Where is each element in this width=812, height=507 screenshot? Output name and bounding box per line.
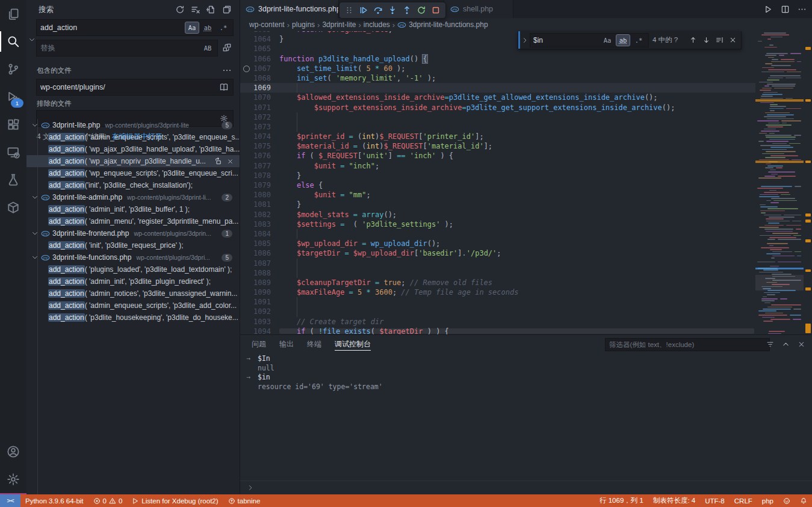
filter-button[interactable] — [764, 338, 776, 350]
panel-tab-调试控制台[interactable]: 调试控制台 — [335, 335, 371, 353]
refresh-button[interactable] — [173, 3, 187, 16]
search-match-row[interactable]: add_action( 'plugins_loaded', 'p3dlite_l… — [26, 263, 240, 275]
more-actions-button[interactable] — [795, 2, 808, 16]
find-in-selection-button[interactable] — [713, 34, 725, 46]
breadcrumb-item[interactable]: wp-content — [249, 20, 285, 29]
search-match-row[interactable]: add_action( 'wp_ajax_p3dlite_handle_uplo… — [26, 143, 240, 155]
preserve-case-toggle[interactable]: AB — [200, 42, 215, 54]
status-encoding[interactable]: UTF-8 — [700, 494, 730, 507]
files-to-include-input[interactable] — [37, 83, 217, 91]
status-language-mode[interactable]: php — [757, 494, 778, 507]
replace-all-button[interactable] — [220, 41, 234, 54]
split-editor-button[interactable] — [778, 2, 792, 16]
previous-match-button[interactable] — [687, 34, 699, 46]
debug-step-over-button[interactable] — [371, 3, 385, 17]
search-match-row[interactable]: add_action( 'admin_init', 'p3dlite_plugi… — [26, 275, 240, 287]
code-editor[interactable]: 1063 return $origname_file;1064}10651066… — [240, 31, 755, 334]
debug-restart-button[interactable] — [414, 3, 429, 17]
status-feedback[interactable] — [778, 494, 795, 507]
chevron-down-icon[interactable] — [31, 254, 39, 261]
breakpoint-icon[interactable] — [243, 66, 250, 72]
breadcrumb-item[interactable]: plugins — [292, 20, 315, 29]
find-regex-toggle[interactable]: .* — [631, 34, 646, 46]
search-match-row[interactable]: add_action( 'init', 'p3dlite_request_pri… — [26, 239, 240, 251]
minimap[interactable] — [755, 31, 804, 334]
activity-bar-item-account[interactable] — [0, 438, 26, 466]
whole-word-toggle[interactable]: ab — [200, 22, 215, 34]
debug-stop-button[interactable] — [429, 3, 443, 17]
find-whole-word-toggle[interactable]: ab — [616, 34, 630, 46]
replace-input[interactable] — [37, 44, 200, 52]
toggle-replace-in-find-icon[interactable] — [520, 37, 530, 44]
status-tab-size[interactable]: 制表符长度: 4 — [648, 494, 700, 507]
breadcrumb-file-item[interactable]: php3dprint-lite-functions.php — [397, 20, 488, 29]
next-match-button[interactable] — [700, 34, 712, 46]
panel-tab-输出[interactable]: 输出 — [279, 335, 294, 353]
search-input[interactable] — [37, 23, 185, 32]
debug-step-into-button[interactable] — [385, 3, 400, 17]
activity-bar-item-run-and-debug[interactable]: 1 — [0, 83, 26, 111]
status-problems[interactable]: 00 — [88, 494, 128, 507]
status-tabnine[interactable]: tabnine — [223, 494, 265, 507]
remote-indicator[interactable]: >< — [0, 494, 20, 507]
search-result-file-row[interactable]: php3dprint-lite.phpwp-content/plugins/3d… — [26, 119, 240, 131]
run-or-debug-button[interactable] — [761, 2, 775, 16]
activity-bar-item-settings[interactable] — [0, 466, 26, 493]
clear-search-results-button[interactable] — [189, 3, 202, 16]
debug-continue-button[interactable] — [356, 3, 371, 17]
minimap-slider[interactable] — [755, 275, 804, 290]
activity-bar-item-search[interactable] — [0, 28, 26, 55]
editor-tab-shell.php[interactable]: phpshell.php — [444, 0, 513, 18]
find-input[interactable] — [530, 36, 600, 45]
activity-bar-item-extensions[interactable] — [0, 111, 26, 138]
regex-toggle[interactable]: .* — [216, 22, 231, 34]
panel-tab-终端[interactable]: 终端 — [307, 335, 321, 353]
chevron-down-icon[interactable] — [31, 121, 39, 129]
close-find-widget-button[interactable] — [727, 34, 739, 46]
activity-bar-item-source-control[interactable] — [0, 55, 26, 83]
search-match-row[interactable]: add_action( 'p3dlite_housekeeping', 'p3d… — [26, 312, 240, 324]
search-match-row[interactable]: add_action( 'wp_ajax_nopriv_p3dlite_hand… — [26, 155, 240, 167]
search-match-row[interactable]: add_action( 'admin_menu', 'register_3dpr… — [26, 215, 240, 227]
status-notifications[interactable] — [795, 494, 812, 507]
debug-console[interactable]: →$Innull→$inresource id='69' type='strea… — [240, 354, 812, 480]
activity-bar-item-packages[interactable] — [0, 194, 26, 221]
dismiss-match-icon[interactable] — [227, 158, 234, 165]
status-cursor-position[interactable]: 行 1069，列 1 — [595, 494, 648, 507]
search-match-row[interactable]: add_action( 'admin_enqueue_scripts', 'p3… — [26, 300, 240, 312]
breadcrumb-item[interactable]: includes — [364, 20, 390, 29]
maximize-panel-button[interactable] — [779, 338, 792, 350]
close-panel-button[interactable] — [795, 338, 807, 350]
toggle-search-details-icon[interactable] — [220, 64, 234, 77]
breadcrumb-item[interactable]: 3dprint-lite — [322, 20, 356, 29]
search-result-file-row[interactable]: php3dprint-lite-admin.phpwp-content/plug… — [26, 191, 240, 203]
chevron-down-icon[interactable] — [31, 230, 39, 237]
search-match-row[interactable]: add_action( 'admin_init', 'p3dlite_buffe… — [26, 203, 240, 215]
panel-tab-问题[interactable]: 问题 — [252, 335, 266, 353]
search-match-row[interactable]: add_action('init', 'p3dlite_check_instal… — [26, 179, 240, 191]
replace-match-icon[interactable] — [214, 157, 222, 165]
console-filter-input[interactable] — [606, 341, 769, 348]
activity-bar-item-remote-explorer[interactable] — [0, 138, 26, 166]
activity-bar-item-explorer[interactable] — [0, 0, 26, 28]
search-match-row[interactable]: add_action( 'wp_enqueue_scripts', 'p3dli… — [26, 167, 240, 179]
search-result-file-row[interactable]: php3dprint-lite-functions.phpwp-content/… — [26, 251, 240, 263]
open-new-search-editor-button[interactable] — [205, 3, 218, 16]
status-xdebug-listen[interactable]: Listen for Xdebug (root2) — [127, 494, 223, 507]
find-match-case-toggle[interactable]: Aa — [600, 34, 615, 46]
search-match-row[interactable]: add_action( 'admin_notices', 'p3dlite_un… — [26, 287, 240, 300]
search-match-row[interactable]: add_action( 'admin_enqueue_scripts', 'p3… — [26, 131, 240, 143]
debug-step-out-button[interactable] — [400, 3, 414, 17]
collapse-all-button[interactable] — [220, 3, 234, 16]
horizontal-scrollbar[interactable] — [279, 328, 754, 334]
status-eol[interactable]: CRLF — [730, 494, 757, 507]
chevron-down-icon[interactable] — [31, 194, 39, 201]
match-case-toggle[interactable]: Aa — [185, 22, 199, 34]
search-only-open-editors-icon[interactable] — [217, 81, 231, 94]
activity-bar-item-testing[interactable] — [0, 166, 26, 194]
search-result-file-row[interactable]: php3dprint-lite-frontend.phpwp-content/p… — [26, 227, 240, 239]
toggle-replace-chevron[interactable] — [28, 26, 36, 53]
debug-console-input[interactable] — [240, 481, 812, 494]
editor-tab-3dprint-lite-functions.php[interactable]: php3dprint-lite-functions.php — [240, 0, 339, 18]
status-python-version[interactable]: Python 3.9.6 64-bit — [20, 494, 88, 507]
